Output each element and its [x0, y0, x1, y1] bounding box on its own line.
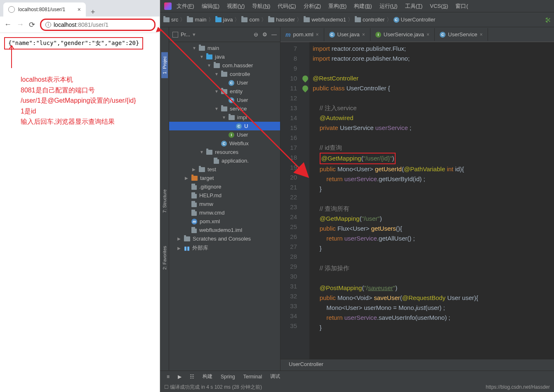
tree-item[interactable]: ▼resources — [169, 148, 280, 156]
tree-item[interactable]: IUser — [169, 130, 280, 139]
bottom-tab[interactable]: Terminal — [243, 374, 262, 380]
bottom-tab[interactable]: 调试 — [270, 373, 280, 380]
menu-item[interactable]: 视图(V) — [227, 2, 245, 10]
editor-tabs: mpom.xml×CUser.java×IUserService.java×CU… — [281, 27, 554, 42]
editor-tab[interactable]: CUser.java× — [324, 28, 370, 41]
menu-bar: 文件(F)编辑(E)视图(V)导航(N)代码(C)分析(Z)重构(R)构建(B)… — [160, 0, 554, 12]
tree-item[interactable]: ▶Scratches and Consoles — [169, 234, 280, 243]
response-body: {"name":"lucy","gender":"女","age":20} — [4, 37, 143, 50]
tree-item[interactable]: CUser — [169, 78, 280, 87]
browser-window: localhost:8081/user/1 × + ← → ⟳ i localh… — [0, 0, 160, 392]
tree-item[interactable]: ▶target — [169, 174, 280, 182]
editor-breadcrumb: UserController — [281, 359, 554, 371]
tree-item[interactable]: CWebflux — [169, 139, 280, 148]
bottom-tab[interactable]: ▶ — [178, 374, 182, 380]
watermark-text: https://blog.csdn.net/Hassder — [486, 384, 550, 390]
tree-item[interactable]: mvnw — [169, 200, 280, 208]
forward-button[interactable]: → — [17, 20, 24, 29]
menu-item[interactable]: 工具(T) — [405, 2, 423, 10]
close-icon[interactable]: × — [362, 32, 365, 38]
menu-item[interactable]: 构建(B) — [354, 2, 372, 10]
status-bar: ☐ 编译成功完成 in 4 s 102 ms (28 分钟之前) https:/… — [160, 382, 554, 392]
menu-item[interactable]: 编辑(E) — [202, 2, 219, 10]
info-icon[interactable]: i — [45, 22, 51, 28]
project-tree[interactable]: ▼main▼java▼com.hassder▼controlleCUser▼en… — [169, 42, 280, 371]
tree-item[interactable]: HELP.md — [169, 191, 280, 200]
breadcrumb-item[interactable]: hassder — [268, 17, 295, 23]
address-bar: ← → ⟳ i localhost:8081/user/1 — [0, 17, 160, 33]
site-icon — [8, 6, 15, 13]
marker-gutter — [301, 42, 309, 359]
ide-window: 文件(F)编辑(E)视图(V)导航(N)代码(C)分析(Z)重构(R)构建(B)… — [160, 0, 554, 392]
tree-item[interactable]: mvnw.cmd — [169, 208, 280, 217]
close-icon[interactable]: × — [316, 32, 319, 38]
tree-item[interactable]: ▶▮▮外部库 — [169, 243, 280, 253]
chevron-down-icon[interactable]: ▾ — [193, 31, 196, 38]
tree-item[interactable]: ▼entity — [169, 87, 280, 96]
bottom-tool-tabs: ≡▶☷构建SpringTerminal调试 — [160, 371, 554, 382]
menu-item[interactable]: 分析(Z) — [304, 2, 321, 10]
close-icon[interactable]: × — [427, 32, 429, 38]
bottom-tab[interactable]: Spring — [221, 374, 235, 380]
tree-item[interactable]: ▶test — [169, 165, 280, 174]
breadcrumb-item[interactable]: java — [215, 17, 233, 23]
breadcrumb-item[interactable]: main — [187, 17, 206, 23]
tree-item[interactable]: ▼main — [169, 44, 280, 52]
breadcrumb-item[interactable]: com — [241, 17, 259, 23]
project-panel-header: Pr... ▾ ⊖ ⚙ — — [169, 27, 280, 42]
tab-bar: localhost:8081/user/1 × + — [0, 0, 160, 17]
tree-item[interactable]: ▼java — [169, 52, 280, 61]
breadcrumb: src〉main〉java〉com〉hassder〉webfluxdemo1〉c… — [160, 12, 554, 27]
main-area: 1: Projec 7: Structure 2: Favorites Pr..… — [160, 27, 554, 371]
editor-tab[interactable]: mpom.xml× — [281, 28, 324, 41]
breadcrumb-item[interactable]: webfluxdemo1 — [304, 17, 346, 23]
menu-item[interactable]: VCS(S) — [430, 3, 448, 9]
menu-item[interactable]: 运行(U) — [380, 2, 398, 10]
line-gutter: 7891011121314151617181920212223242526272… — [281, 42, 301, 359]
tree-item[interactable]: ▼impl — [169, 113, 280, 122]
tree-item[interactable]: CU — [169, 122, 280, 130]
tree-item[interactable]: webfluxdemo1.iml — [169, 226, 280, 234]
code-editor[interactable]: 7891011121314151617181920212223242526272… — [281, 42, 554, 359]
tree-item[interactable]: ▼controlle — [169, 70, 280, 78]
editor-tab[interactable]: IUserService.java× — [370, 28, 435, 41]
hammer-icon[interactable]: ⚒ — [544, 17, 551, 23]
structure-tool-tab[interactable]: 7: Structure — [161, 185, 168, 217]
breadcrumb-item[interactable]: src — [163, 17, 178, 23]
tree-item[interactable]: .gitignore — [169, 182, 280, 191]
collapse-icon[interactable]: ⊖ — [254, 31, 258, 38]
back-button[interactable]: ← — [4, 20, 12, 29]
panel-icon — [172, 32, 178, 38]
bottom-tab[interactable]: ≡ — [167, 374, 170, 380]
menu-item[interactable]: 导航(N) — [252, 2, 270, 10]
tree-item[interactable]: ▼com.hassder — [169, 61, 280, 70]
tree-item[interactable]: mpom.xml — [169, 217, 280, 226]
menu-item[interactable]: 代码(C) — [278, 2, 296, 10]
tree-item[interactable]: application. — [169, 156, 280, 165]
code-content[interactable]: import reactor.core.publisher.Flux;impor… — [309, 42, 554, 359]
menu-item[interactable]: 窗口( — [455, 2, 468, 10]
new-tab-button[interactable]: + — [86, 8, 100, 17]
editor-tab[interactable]: CUserService× — [435, 28, 488, 41]
breadcrumb-item[interactable]: controller — [355, 17, 384, 23]
close-icon[interactable]: × — [480, 32, 483, 38]
url-field[interactable]: i localhost:8081/user/1 — [40, 19, 156, 31]
breadcrumb-item[interactable]: CUserController — [394, 17, 436, 23]
favorites-tool-tab[interactable]: 2: Favorites — [161, 242, 168, 274]
intellij-logo-icon — [164, 2, 172, 10]
close-icon[interactable]: × — [78, 6, 81, 13]
tool-window-tabs: 1: Projec 7: Structure 2: Favorites — [160, 27, 169, 371]
menu-item[interactable]: 重构(R) — [328, 2, 347, 10]
project-tool-tab[interactable]: 1: Projec — [161, 52, 168, 78]
tree-item[interactable]: CUser — [169, 96, 280, 104]
tree-item[interactable]: ▼service — [169, 104, 280, 113]
browser-tab[interactable]: localhost:8081/user/1 × — [3, 2, 86, 17]
minimize-icon[interactable]: — — [271, 31, 277, 38]
bottom-tab[interactable]: 构建 — [203, 373, 212, 380]
reload-button[interactable]: ⟳ — [29, 20, 35, 29]
url-text: localhost:8081/user/1 — [54, 21, 108, 28]
settings-icon[interactable]: ⚙ — [262, 31, 267, 38]
annotation-text: localhost表示本机 8081是自己配置的端口号 /user/1是@Get… — [21, 74, 156, 127]
menu-item[interactable]: 文件(F) — [177, 2, 194, 10]
bottom-tab[interactable]: ☷ — [190, 374, 194, 380]
